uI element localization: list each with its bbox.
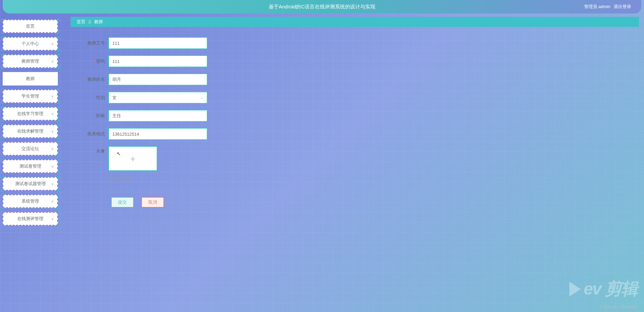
play-icon (569, 282, 581, 297)
name-input[interactable] (108, 73, 207, 85)
title-input[interactable] (108, 110, 207, 122)
chevron-down-icon: ∨ (51, 112, 54, 116)
teacher-form: *教师工号 *密码 *教师姓名 性别 女 ⌵ (71, 27, 639, 218)
sidebar-item-teacher-mgmt[interactable]: 教师管理 ∧ (3, 55, 58, 68)
label-avatar: 头像 (77, 146, 108, 154)
chevron-up-icon: ∧ (51, 59, 54, 64)
sidebar-item-online-study[interactable]: 在线学习管理 ∨ (3, 107, 58, 120)
watermark-text: ev 剪辑 (583, 278, 637, 300)
sidebar-item-label: 教师 (26, 76, 35, 82)
submit-button[interactable]: 提交 (111, 197, 134, 208)
label-phone: 联系电话 (77, 131, 108, 137)
chevron-down-icon: ∨ (51, 199, 54, 204)
app-header: 基于Android的C语言在线评测系统的设计与实现 管理员 admin 退出登录 (3, 0, 641, 13)
chevron-down-icon: ∨ (51, 42, 54, 46)
main-content: 首页 ☰ 教师 *教师工号 *密码 *教师姓名 性别 (61, 17, 644, 228)
upload-hint: 点击上传头像 (108, 176, 157, 182)
app-title: 基于Android的C语言在线评测系统的设计与实现 (269, 4, 376, 10)
breadcrumb-separator-icon: ☰ (88, 20, 91, 24)
label-password: *密码 (77, 58, 108, 64)
watermark: ev 剪辑 (569, 278, 637, 300)
sidebar-item-label: 在线求解管理 (17, 128, 43, 134)
teacher-id-input[interactable] (108, 37, 207, 49)
chevron-down-icon: ∨ (51, 217, 54, 221)
sidebar-item-teacher[interactable]: 教师 (3, 72, 58, 85)
sidebar-item-label: 个人中心 (22, 41, 39, 47)
gender-select[interactable]: 女 ⌵ (108, 92, 207, 104)
sidebar-item-student-mgmt[interactable]: 学生管理 ∨ (3, 90, 58, 103)
sidebar-item-label: 系统管理 (22, 198, 39, 204)
sidebar-item-test-paper[interactable]: 测试卷管理 ∨ (3, 160, 58, 173)
sidebar-item-label: 在线测评管理 (17, 216, 43, 222)
phone-input[interactable] (108, 128, 207, 140)
sidebar-item-forum[interactable]: 交流论坛 ∨ (3, 142, 58, 155)
sidebar-item-label: 在线学习管理 (17, 111, 43, 117)
sidebar-item-system[interactable]: 系统管理 ∨ (3, 195, 58, 208)
sidebar-item-home[interactable]: 首页 (3, 20, 58, 33)
cancel-button[interactable]: 取消 (141, 197, 164, 208)
logout-link[interactable]: 退出登录 (614, 4, 631, 10)
chevron-down-icon: ∨ (51, 182, 54, 186)
password-input[interactable] (108, 55, 207, 67)
sidebar-item-online-exam[interactable]: 在线测评管理 ∨ (3, 212, 58, 226)
sidebar-item-label: 首页 (26, 23, 35, 29)
breadcrumb-home[interactable]: 首页 (77, 19, 85, 25)
label-name: *教师姓名 (77, 76, 108, 82)
sidebar-item-label: 测试卷试题管理 (15, 181, 46, 187)
label-teacher-id: *教师工号 (77, 40, 108, 46)
sidebar-item-label: 测试卷管理 (20, 163, 41, 169)
chevron-down-icon: ∨ (51, 147, 54, 151)
sidebar-item-test-question[interactable]: 测试卷试题管理 ∨ (3, 177, 58, 190)
chevron-down-icon: ∨ (51, 129, 54, 134)
admin-user-label[interactable]: 管理员 admin (584, 4, 610, 10)
sidebar-item-label: 交流论坛 (22, 146, 39, 152)
sidebar-item-profile[interactable]: 个人中心 ∨ (3, 37, 58, 50)
plus-icon: ＋ (128, 153, 137, 165)
sidebar-item-label: 教师管理 (22, 58, 39, 64)
label-gender: 性别 (77, 95, 108, 101)
sidebar-item-online-solve[interactable]: 在线求解管理 ∨ (3, 125, 58, 138)
breadcrumb: 首页 ☰ 教师 (71, 17, 639, 27)
gender-value: 女 (112, 95, 117, 101)
csdn-watermark: CSDN @小蔡coding (600, 304, 637, 310)
sidebar: 首页 个人中心 ∨ 教师管理 ∧ 教师 学生管理 ∨ 在线学 (0, 17, 61, 228)
sidebar-item-label: 学生管理 (22, 93, 39, 99)
label-title: 职称 (77, 113, 108, 119)
avatar-upload[interactable]: ＋ (108, 146, 157, 171)
chevron-down-icon: ∨ (51, 164, 54, 169)
chevron-down-icon: ⌵ (201, 96, 203, 100)
breadcrumb-current: 教师 (94, 19, 103, 25)
chevron-down-icon: ∨ (51, 94, 54, 99)
